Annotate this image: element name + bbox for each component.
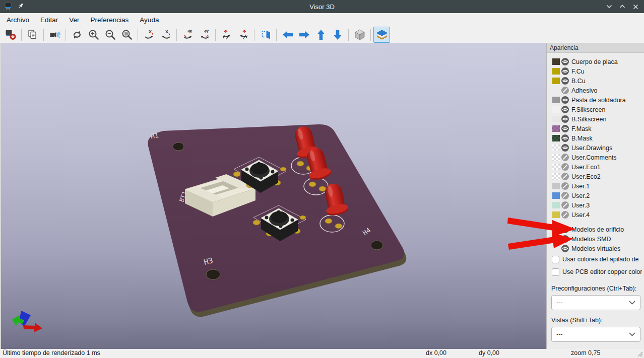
minimize-button[interactable] [603,0,616,13]
visibility-off-icon[interactable] [561,163,569,171]
resize-grip[interactable] [636,350,643,357]
layer-row[interactable]: Cuerpo de placa [547,57,644,66]
layer-color-swatch[interactable] [552,78,560,84]
layer-row[interactable]: B.Mask [547,133,644,143]
toolbar-separator [348,29,349,41]
close-button[interactable] [629,0,642,13]
zoom-out-button[interactable] [102,27,118,43]
3d-viewport[interactable]: H1 H3 H4 BT1 [0,43,546,349]
layer-color-swatch[interactable] [552,58,560,65]
copper-color-checkbox[interactable] [552,268,559,276]
menu-ver[interactable]: Ver [63,13,85,26]
menu-ayuda[interactable]: Ayuda [134,13,164,26]
copy-image-button[interactable] [24,27,41,43]
layers-icon [375,28,389,41]
rotate-y-ccw-button[interactable]: Y [196,27,213,43]
layer-color-swatch[interactable] [552,106,560,113]
checkbox-row-copper-color[interactable]: Use PCB editor copper color [547,266,644,278]
layer-row[interactable]: User.Eco1 [547,162,644,172]
layer-color-swatch[interactable] [552,116,560,122]
layer-row[interactable]: Adhesivo [547,86,644,95]
rotate-x-cw-button[interactable]: X [141,27,157,43]
layer-row[interactable]: B.Cu [547,76,644,86]
visibility-off-icon[interactable] [561,154,569,161]
layer-row[interactable]: F.Mask [547,124,644,133]
rotate-z-cw-button[interactable]: Z [218,27,235,43]
model-row[interactable]: Modelos virtuales [547,244,644,253]
layer-color-swatch[interactable] [552,135,560,141]
visibility-off-icon[interactable] [561,192,569,199]
menu-archivo[interactable]: Archivo [1,13,35,26]
layer-color-swatch[interactable] [552,173,560,180]
checkbox-row-stackup-colors[interactable]: Usar colores del apilado de [547,253,644,266]
visibility-off-icon[interactable] [561,182,569,190]
layer-row[interactable]: User.Eco2 [547,172,644,181]
pan-up-button[interactable] [312,27,329,43]
pan-left-button[interactable] [279,27,296,43]
model-label: Modelos SMD [571,236,611,243]
visibility-on-icon[interactable] [561,96,569,104]
layer-color-swatch[interactable] [552,145,560,151]
layer-row[interactable]: Pasta de soldadura [547,95,644,105]
layer-row[interactable]: User.Drawings [547,143,644,153]
menu-editar[interactable]: Editar [35,13,63,26]
zoom-fit-button[interactable] [118,27,135,43]
visibility-on-icon[interactable] [561,125,569,132]
pan-down-button[interactable] [329,27,346,43]
zoom_in-icon [88,29,100,41]
rotate-y-cw-button[interactable]: Y [179,27,196,43]
visibility-on-icon[interactable] [561,115,569,123]
flip-board-button[interactable] [257,27,274,43]
visibility-off-icon[interactable] [561,201,569,209]
visibility-on-icon[interactable] [561,77,569,85]
visibility-off-icon[interactable] [561,211,569,219]
layer-row[interactable]: F.Silkscreen [547,105,644,114]
toolbar-separator [21,29,22,41]
rotate-x-ccw-button[interactable]: X [157,27,174,43]
visibility-on-icon[interactable] [561,67,569,75]
layer-row[interactable]: User.3 [547,200,644,210]
reload-board-button[interactable] [2,27,19,43]
menu-preferencias[interactable]: Preferencias [85,13,135,26]
refresh-view-button[interactable] [69,27,85,43]
stackup-colors-checkbox[interactable] [552,256,559,263]
layer-color-swatch[interactable] [552,164,560,170]
chevron-down-icon [629,332,635,336]
model-row[interactable]: Modelos SMD [547,234,644,244]
layer-color-swatch[interactable] [552,97,560,103]
layer-color-swatch[interactable] [552,211,560,218]
visibility-on-icon[interactable] [561,106,569,113]
visibility-off-icon[interactable] [561,87,569,94]
silkscreen-label-h1: H1 [150,131,159,140]
layer-row[interactable]: F.Cu [547,66,644,76]
orthographic-projection-button[interactable] [351,27,368,43]
layer-color-swatch[interactable] [552,125,560,132]
visibility-on-icon[interactable] [561,235,569,243]
model-row[interactable]: Modelos de orificio [547,225,644,234]
presets-dropdown[interactable]: --- [551,295,640,310]
layer-label: User.Eco2 [571,173,601,180]
layer-color-swatch[interactable] [552,68,560,75]
views-dropdown[interactable]: --- [551,327,640,342]
layer-row[interactable]: User.2 [547,191,644,200]
layer-color-swatch[interactable] [552,154,560,161]
layer-row[interactable]: User.4 [547,210,644,220]
layer-color-swatch[interactable] [552,192,560,199]
layer-row[interactable]: User.1 [547,181,644,191]
pan-right-button[interactable] [296,27,312,43]
zoom-in-button[interactable] [85,27,102,43]
rotate-z-ccw-button[interactable]: Z [235,27,251,43]
raytracing-render-button[interactable] [46,27,63,43]
layer-color-swatch[interactable] [552,202,560,208]
layer-color-swatch[interactable] [552,183,560,189]
maximize-button[interactable] [616,0,629,13]
layer-row[interactable]: User.Comments [547,153,644,162]
show-layers-button[interactable] [373,27,390,43]
layer-row[interactable]: B.Silkscreen [547,114,644,124]
visibility-off-icon[interactable] [561,173,569,180]
visibility-on-icon[interactable] [561,134,569,142]
visibility-on-icon[interactable] [561,245,569,252]
visibility-on-icon[interactable] [561,58,569,65]
visibility-on-icon[interactable] [561,226,569,233]
visibility-on-icon[interactable] [561,144,569,152]
